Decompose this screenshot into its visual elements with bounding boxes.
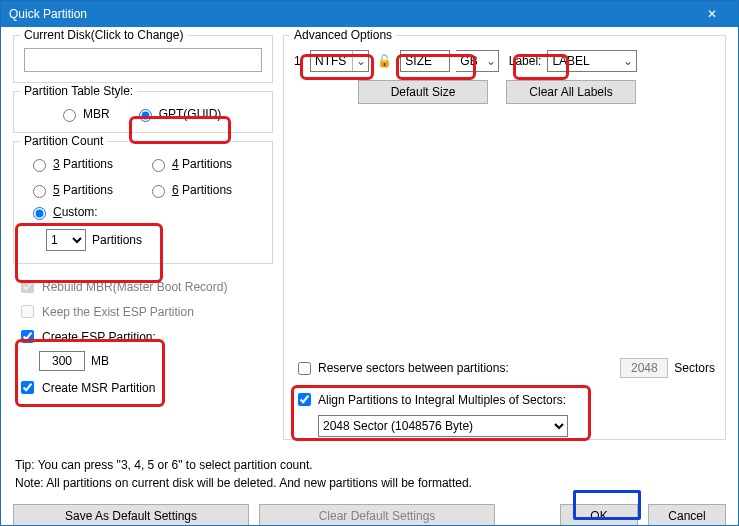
custom-count-select[interactable]: 1 — [46, 229, 86, 251]
check-create-esp[interactable]: Create ESP Partition: — [17, 324, 273, 349]
table-style-group: Partition Table Style: MBR GPT(GUID) — [13, 91, 273, 133]
custom-unit-label: Partitions — [92, 233, 142, 247]
advanced-options-group: Advanced Options 1: NTFS⌄ 🔓 GB⌄ Label: L… — [283, 35, 726, 440]
check-align-partitions[interactable]: Align Partitions to Integral Multiples o… — [294, 390, 566, 409]
current-disk-group: Current Disk(Click to Change) — [13, 35, 273, 83]
reserve-unit: Sectors — [674, 361, 715, 375]
radio-6-partitions[interactable]: 6 Partitions — [147, 182, 232, 198]
note-text: Note: All partitions on current disk wil… — [15, 474, 726, 492]
esp-size-input[interactable] — [39, 351, 85, 371]
chevron-down-icon: ⌄ — [484, 51, 498, 71]
esp-size-unit: MB — [91, 354, 109, 368]
reserve-sectors-input — [620, 358, 668, 378]
radio-5-partitions[interactable]: 5 Partitions — [28, 182, 113, 198]
chevron-down-icon: ⌄ — [620, 51, 636, 71]
radio-gpt[interactable]: GPT(GUID) — [134, 106, 222, 122]
lock-icon[interactable]: 🔓 — [375, 54, 394, 69]
advanced-options-legend: Advanced Options — [290, 28, 396, 42]
checks-group: Rebuild MBR(Master Boot Record) Keep the… — [13, 272, 273, 400]
cancel-button[interactable]: Cancel — [648, 504, 726, 526]
save-default-button[interactable]: Save As Default Settings — [13, 504, 249, 526]
close-icon[interactable]: ✕ — [694, 7, 730, 21]
label-prefix: Label: — [509, 54, 542, 68]
tip-text: Tip: You can press "3, 4, 5 or 6" to sel… — [15, 456, 726, 474]
titlebar: Quick Partition ✕ — [1, 1, 738, 27]
check-reserve-sectors[interactable]: Reserve sectors between partitions: — [294, 359, 509, 378]
current-disk-input[interactable] — [24, 48, 262, 72]
size-unit-select[interactable]: GB⌄ — [456, 50, 498, 72]
partition-count-group: Partition Count 3 Partitions 4 Partition… — [13, 141, 273, 264]
volume-label-select[interactable]: LABEL⌄ — [547, 50, 637, 72]
check-create-msr[interactable]: Create MSR Partition — [17, 375, 273, 400]
radio-4-partitions[interactable]: 4 Partitions — [147, 156, 232, 172]
align-sector-select[interactable]: 2048 Sector (1048576 Byte) — [318, 415, 568, 437]
radio-custom[interactable]: Custom: — [28, 204, 98, 220]
current-disk-legend: Current Disk(Click to Change) — [20, 28, 187, 42]
window-title: Quick Partition — [9, 7, 87, 21]
check-rebuild-mbr: Rebuild MBR(Master Boot Record) — [17, 274, 273, 299]
partition-count-legend: Partition Count — [20, 134, 107, 148]
radio-mbr[interactable]: MBR — [58, 106, 110, 122]
clear-labels-button[interactable]: Clear All Labels — [506, 80, 636, 104]
table-style-legend: Partition Table Style: — [20, 84, 137, 98]
chevron-down-icon: ⌄ — [352, 51, 368, 71]
ok-button[interactable]: OK — [560, 504, 638, 526]
check-keep-esp: Keep the Exist ESP Partition — [17, 299, 273, 324]
default-size-button[interactable]: Default Size — [358, 80, 488, 104]
row-prefix: 1: — [294, 54, 304, 68]
filesystem-select[interactable]: NTFS⌄ — [310, 50, 369, 72]
clear-default-button: Clear Default Settings — [259, 504, 495, 526]
size-input[interactable] — [400, 50, 450, 72]
radio-3-partitions[interactable]: 3 Partitions — [28, 156, 113, 172]
